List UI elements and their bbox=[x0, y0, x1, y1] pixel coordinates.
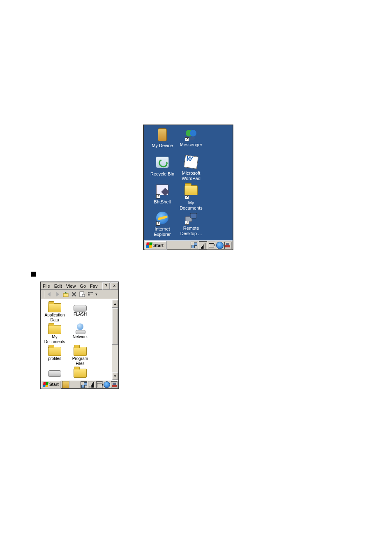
file-item-profiles[interactable]: profiles bbox=[42, 345, 67, 361]
desktop-icon-internet-explorer[interactable]: ↗Internet Explorer bbox=[148, 211, 177, 237]
file-label: Application Data bbox=[42, 313, 67, 323]
folder-icon bbox=[74, 347, 87, 356]
icon-label: Internet Explorer bbox=[148, 226, 177, 237]
file-item-flash[interactable]: FLASH bbox=[68, 302, 92, 317]
start-button[interactable]: Start bbox=[145, 241, 167, 250]
taskbar-app-slot[interactable] bbox=[62, 381, 69, 388]
views-dropdown[interactable]: ▼ bbox=[95, 293, 98, 296]
wordpad-icon bbox=[184, 156, 198, 170]
desktop-icon-messenger[interactable]: ↗Messenger bbox=[177, 127, 205, 148]
menu-file[interactable]: File bbox=[41, 283, 52, 289]
properties-button[interactable] bbox=[78, 290, 86, 298]
file-label: Program Files bbox=[68, 356, 92, 366]
shortcut-overlay-icon: ↗ bbox=[156, 194, 160, 199]
svg-rect-11 bbox=[90, 295, 93, 295]
svg-rect-10 bbox=[90, 292, 93, 293]
file-label: My Documents bbox=[42, 335, 67, 344]
icon-label: BhtShell bbox=[148, 199, 177, 205]
file-item-program-files[interactable]: Program Files bbox=[68, 345, 92, 366]
folder-icon bbox=[48, 303, 61, 312]
desktop-icon-recycle-bin[interactable]: Recycle Bin bbox=[148, 155, 177, 177]
windows-flag-icon bbox=[43, 382, 48, 387]
back-button[interactable] bbox=[45, 290, 53, 298]
scroll-up-button[interactable]: ▲ bbox=[112, 300, 118, 308]
connection-tray-icon[interactable] bbox=[111, 381, 118, 388]
menu-edit[interactable]: Edit bbox=[52, 283, 64, 289]
drive-icon bbox=[48, 370, 61, 377]
toolbar-gripper[interactable] bbox=[42, 291, 44, 298]
network-tray-icon[interactable] bbox=[81, 381, 87, 388]
vertical-scrollbar[interactable]: ▲ ▼ bbox=[112, 300, 118, 380]
svg-rect-9 bbox=[88, 294, 90, 295]
signal-tray-icon[interactable] bbox=[199, 241, 207, 249]
ie-tray-icon[interactable] bbox=[104, 381, 110, 388]
connection-tray-icon[interactable] bbox=[224, 242, 232, 249]
scroll-track[interactable] bbox=[112, 308, 118, 372]
svg-rect-7 bbox=[82, 294, 85, 297]
recycle-icon bbox=[155, 157, 169, 171]
explorer-start-button[interactable]: Start bbox=[42, 381, 61, 389]
icon-label: Recycle Bin bbox=[148, 171, 177, 177]
icon-label: My Device bbox=[148, 143, 177, 148]
menu-go[interactable]: Go bbox=[78, 283, 88, 289]
svg-rect-4 bbox=[190, 213, 197, 218]
taskbar: Start bbox=[144, 240, 233, 249]
signal-tray-icon[interactable] bbox=[88, 381, 95, 388]
remote-icon: ↗ bbox=[184, 211, 198, 225]
svg-rect-8 bbox=[88, 292, 90, 293]
messenger-icon: ↗ bbox=[184, 127, 198, 141]
folder-icon: ↗ bbox=[184, 185, 198, 199]
drive-icon bbox=[74, 305, 87, 312]
file-item-application-data[interactable]: Application Data bbox=[42, 302, 67, 323]
scroll-thumb[interactable] bbox=[112, 308, 118, 345]
icon-label: Messenger bbox=[177, 142, 205, 148]
network-tray-icon[interactable] bbox=[191, 242, 198, 249]
ie-icon: ↗ bbox=[155, 212, 169, 226]
menu-view[interactable]: View bbox=[64, 283, 78, 289]
file-label: Network bbox=[68, 335, 92, 339]
explorer-window: File Edit View Go Fav ? × ▼ Appli bbox=[40, 282, 119, 389]
bhtshell-icon: ↗ bbox=[155, 185, 169, 199]
delete-button[interactable] bbox=[70, 290, 78, 298]
start-label: Start bbox=[153, 243, 164, 248]
file-pane[interactable]: Application DataFLASHMy DocumentsNetwork… bbox=[41, 300, 112, 380]
bullet-marker bbox=[31, 272, 36, 277]
shortcut-overlay-icon: ↗ bbox=[185, 137, 189, 141]
desktop-icon-my-documents[interactable]: ↗My Documents bbox=[177, 183, 205, 211]
menu-fav[interactable]: Fav bbox=[88, 283, 99, 289]
battery-tray-icon[interactable] bbox=[208, 242, 215, 249]
file-item-my-documents-f[interactable]: My Documents bbox=[42, 323, 67, 344]
desktop-icon-my-device[interactable]: My Device bbox=[148, 127, 177, 148]
close-button[interactable]: × bbox=[111, 282, 118, 290]
folder-icon bbox=[48, 325, 61, 334]
network-icon bbox=[74, 323, 87, 334]
forward-button[interactable] bbox=[53, 290, 62, 298]
menu-bar: File Edit View Go Fav ? × bbox=[41, 282, 118, 290]
file-item-network[interactable]: Network bbox=[68, 323, 92, 339]
desktop-icon-microsoft-wordpad[interactable]: Microsoft WordPad bbox=[177, 155, 205, 181]
file-label: FLASH bbox=[68, 312, 92, 317]
ie-tray-icon[interactable] bbox=[216, 242, 224, 249]
file-item-drive-2[interactable] bbox=[42, 367, 67, 377]
toolbar: ▼ bbox=[41, 290, 118, 299]
icon-label: My Documents bbox=[177, 200, 205, 211]
folder-icon bbox=[48, 347, 61, 356]
svg-rect-5 bbox=[63, 293, 68, 297]
views-button[interactable] bbox=[86, 290, 95, 298]
start-label: Start bbox=[49, 382, 59, 387]
up-button[interactable] bbox=[62, 290, 70, 298]
scroll-down-button[interactable]: ▼ bbox=[112, 372, 118, 380]
icon-label: Microsoft WordPad bbox=[177, 171, 205, 181]
explorer-tray bbox=[81, 381, 118, 388]
desktop-icon-bhtshell[interactable]: ↗BhtShell bbox=[148, 183, 177, 205]
desktop-area[interactable]: My Device↗MessengerRecycle BinMicrosoft … bbox=[144, 125, 233, 240]
icon-label: Remote Desktop ... bbox=[177, 226, 205, 236]
battery-tray-icon[interactable] bbox=[96, 381, 103, 388]
file-item-folder-extra[interactable] bbox=[68, 367, 92, 378]
system-tray bbox=[191, 241, 232, 249]
shortcut-overlay-icon: ↗ bbox=[156, 222, 160, 226]
desktop-window: My Device↗MessengerRecycle BinMicrosoft … bbox=[143, 125, 233, 250]
file-pane-wrap: Application DataFLASHMy DocumentsNetwork… bbox=[41, 299, 118, 380]
desktop-icon-remote-desktop[interactable]: ↗Remote Desktop ... bbox=[177, 211, 205, 236]
help-button[interactable]: ? bbox=[102, 282, 110, 290]
